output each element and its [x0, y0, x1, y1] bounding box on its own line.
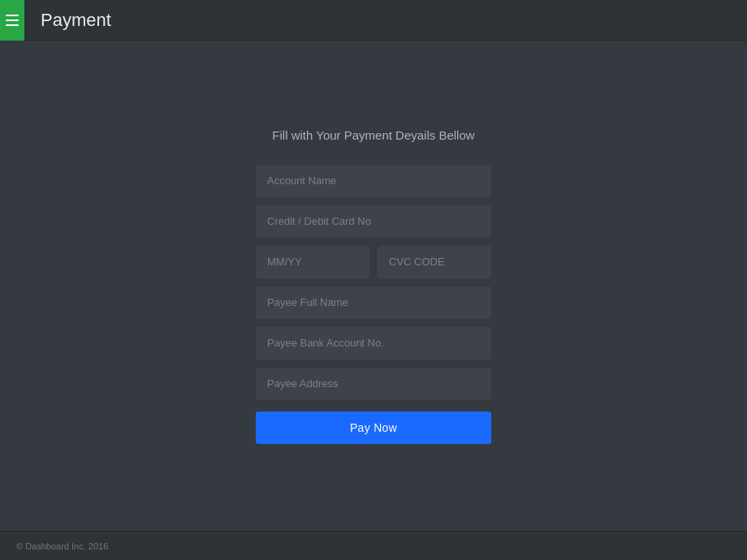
main-content: Fill with Your Payment Deyails Bellow Pa… [0, 41, 747, 531]
form-subtitle: Fill with Your Payment Deyails Bellow [272, 128, 474, 142]
page-title: Payment [41, 10, 111, 31]
cvc-input[interactable] [378, 246, 491, 278]
mm-yy-input[interactable] [256, 246, 369, 278]
bank-account-input[interactable] [256, 327, 491, 360]
app-footer: © Dashboard Inc. 2016 [0, 531, 747, 560]
menu-button[interactable] [0, 0, 24, 41]
menu-bar-2 [6, 19, 19, 21]
payee-name-input[interactable] [256, 286, 491, 319]
app-header: Payment [0, 0, 747, 41]
card-date-cvc-row [256, 246, 491, 278]
account-name-input[interactable] [256, 165, 491, 197]
payment-form: Pay Now [256, 165, 491, 444]
menu-bar-1 [6, 15, 19, 16]
card-number-input[interactable] [256, 205, 491, 238]
pay-now-button[interactable]: Pay Now [256, 411, 491, 444]
payee-address-input[interactable] [256, 368, 491, 400]
menu-bar-3 [6, 24, 19, 26]
footer-copyright: © Dashboard Inc. 2016 [16, 541, 108, 551]
